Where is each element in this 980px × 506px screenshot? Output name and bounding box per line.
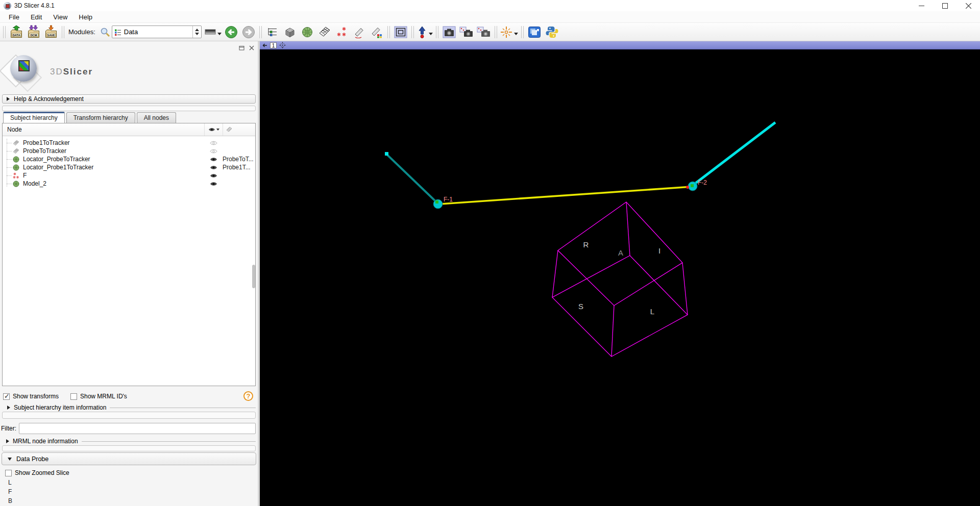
visibility-toggle[interactable] (204, 173, 223, 179)
filter-input[interactable] (19, 423, 256, 434)
toolbar-grip[interactable] (3, 26, 6, 38)
transforms-button[interactable] (317, 24, 332, 40)
models-button[interactable] (300, 24, 315, 40)
visibility-toggle[interactable] (204, 148, 223, 154)
visibility-off-icon[interactable] (210, 140, 217, 146)
extensions-manager-button[interactable] (527, 24, 542, 40)
panel-scrollbar-thumb[interactable] (252, 265, 255, 288)
crosshair-button[interactable] (500, 24, 518, 40)
mrml-node-info-section[interactable]: MRML node information (6, 437, 256, 445)
spin-down-icon[interactable] (195, 33, 199, 35)
threed-scene[interactable]: F-1 F-2 R A I S L (260, 49, 980, 506)
visibility-toggle[interactable] (204, 181, 223, 187)
layout-selector-button[interactable] (393, 24, 408, 40)
visibility-column-header[interactable] (204, 123, 223, 136)
close-button[interactable] (957, 0, 980, 11)
module-help-button[interactable]: ? (243, 391, 253, 401)
toolbar-grip[interactable] (495, 26, 497, 38)
subject-hierarchy-button[interactable] (265, 24, 280, 40)
checkbox-unchecked-icon[interactable] (5, 470, 12, 476)
toolbar-grip[interactable] (521, 26, 524, 38)
visibility-toggle[interactable] (204, 140, 223, 146)
minimize-button[interactable] (910, 0, 933, 11)
visibility-off-icon[interactable] (210, 148, 217, 154)
save-button[interactable]: SAVE (43, 24, 59, 40)
subject-item-info-section[interactable]: Subject hierarchy item information (7, 403, 256, 412)
screenshot-button[interactable] (442, 24, 457, 40)
visibility-on-icon[interactable] (210, 181, 217, 187)
volume-rendering-button[interactable] (282, 24, 298, 40)
maximize-button[interactable] (933, 0, 957, 11)
visibility-on-icon[interactable] (210, 173, 217, 179)
visibility-toggle[interactable] (204, 157, 223, 162)
help-acknowledgement-section[interactable]: Help & Acknowledgement (2, 94, 256, 104)
selected-module: Data (121, 28, 192, 36)
checkbox-unchecked-icon[interactable] (70, 393, 77, 400)
threed-view[interactable]: 1 F-1 F-2 (260, 41, 980, 506)
node-transform-value[interactable]: ProbeToT... (223, 156, 255, 163)
tree-row[interactable]: Probe1ToTracker (3, 139, 255, 147)
show-transforms-checkbox[interactable]: Show transforms (3, 393, 59, 400)
scene-view-capture-button[interactable] (459, 24, 474, 40)
slicer-logo: 3DSlicer (3, 50, 253, 93)
load-dicom-button[interactable]: DCM (26, 24, 41, 40)
node-name[interactable]: Probe1ToTracker (20, 139, 204, 146)
scene-view-restore-button[interactable] (476, 24, 492, 40)
show-mrml-ids-checkbox[interactable]: Show MRML ID's (70, 393, 127, 400)
menu-edit[interactable]: Edit (25, 11, 47, 23)
toolbar-grip[interactable] (436, 26, 438, 38)
show-zoomed-slice-checkbox[interactable]: Show Zoomed Slice (5, 469, 69, 476)
load-data-button[interactable]: DATA (9, 24, 24, 40)
node-name[interactable]: ProbeToTracker (20, 147, 204, 155)
tree-row[interactable]: F (3, 171, 255, 180)
visibility-toggle[interactable] (204, 165, 223, 170)
visibility-on-icon[interactable] (210, 157, 217, 162)
tab-all-nodes[interactable]: All nodes (137, 112, 176, 123)
dropdown-arrow-icon[interactable] (429, 33, 433, 35)
menu-view[interactable]: View (47, 11, 73, 23)
markups-button[interactable] (334, 24, 350, 40)
node-name[interactable]: Locator_Probe1ToTracker (20, 164, 204, 171)
menu-file[interactable]: File (3, 11, 25, 23)
tree-guide-line (7, 139, 7, 187)
tab-transform-hierarchy[interactable]: Transform hierarchy (66, 112, 135, 123)
module-history-button[interactable] (205, 24, 222, 40)
node-column-header[interactable]: Node (3, 126, 204, 133)
toolbar-grip[interactable] (259, 26, 262, 38)
toolbar-grip[interactable] (62, 26, 64, 38)
tree-row[interactable]: ProbeToTracker (3, 147, 255, 155)
node-name[interactable]: F (20, 172, 204, 179)
mrml-node-info-body (2, 445, 256, 451)
transform-column-header[interactable] (223, 123, 255, 136)
subject-hierarchy-icon (266, 26, 279, 38)
view-name-badge: 1 (270, 42, 277, 48)
history-back-button[interactable] (224, 24, 239, 40)
node-name[interactable]: Model_2 (20, 180, 204, 187)
mouse-place-button[interactable] (417, 24, 433, 40)
toolbar-grip[interactable] (387, 26, 390, 38)
node-transform-value[interactable]: Probe1T... (223, 164, 255, 171)
history-forward-button[interactable] (241, 24, 256, 40)
annotations-color-button[interactable] (369, 24, 384, 40)
tree-row[interactable]: Locator_Probe1ToTrackerProbe1T... (3, 163, 255, 171)
tree-row[interactable]: Model_2 (3, 180, 255, 188)
visibility-on-icon[interactable] (210, 165, 217, 170)
collapsed-arrow-icon (7, 97, 10, 101)
tab-subject-hierarchy[interactable]: Subject hierarchy (3, 112, 65, 123)
spin-up-icon[interactable] (195, 29, 199, 31)
tree-row[interactable]: Locator_ProbeToTrackerProbeToT... (3, 155, 255, 163)
menu-help[interactable]: Help (73, 11, 98, 23)
threed-scene-svg[interactable]: F-1 F-2 R A I S L (260, 49, 980, 506)
view-options-icon[interactable] (279, 42, 286, 48)
data-probe-section[interactable]: Data Probe (2, 452, 256, 465)
pin-collapse-icon[interactable] (262, 43, 267, 48)
dropdown-arrow-icon[interactable] (514, 33, 518, 35)
annotations-ruler-button[interactable] (352, 24, 367, 40)
modules-combobox[interactable]: Data (112, 26, 202, 38)
toolbar-grip[interactable] (411, 26, 414, 38)
module-search-button[interactable] (100, 24, 111, 40)
module-spinner[interactable] (192, 26, 201, 38)
checkbox-checked-icon[interactable] (3, 393, 10, 400)
python-console-button[interactable] (544, 24, 559, 40)
node-name[interactable]: Locator_ProbeToTracker (20, 156, 204, 163)
